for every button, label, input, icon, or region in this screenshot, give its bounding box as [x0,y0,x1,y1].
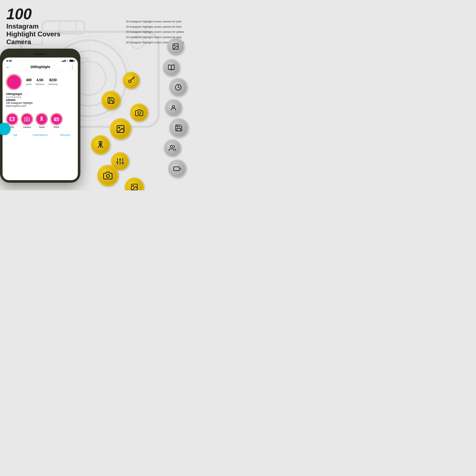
status-bar: 8:30 ∿ [2,57,78,63]
highlight-label-film: Film [10,126,14,128]
ig-bio: 100highlight personal blog editable 100 … [6,92,74,107]
svg-rect-24 [55,119,56,120]
status-time: 8:30 [6,59,12,62]
phone-screen: 8:30 ∿ ← 100highlight [2,57,78,180]
highlight-label-camera: Camera [23,126,31,128]
ig-stats: 480 posts 4,5K followers 8230 following [26,78,74,86]
highlight-icon-dslr [51,113,62,125]
options-button[interactable]: ⋮ [70,65,74,69]
phone-camera-dot [45,53,46,55]
svg-point-47 [106,174,110,178]
title-line3: Camera [6,38,31,46]
tab-email[interactable]: Email Address [28,132,53,138]
svg-point-49 [133,186,134,187]
signal-icon [62,60,66,62]
title-line1: Instagram [6,22,39,30]
phone-mockup: 8:30 ∿ ← 100highlight [0,49,80,183]
icon-floppy-grey [169,119,188,137]
highlight-circle-camera [21,113,33,125]
highlight-label-dslr: DSLR [54,126,59,128]
icon-book-grey [163,59,180,76]
ig-header: ← 100highlight ⋮ [2,63,78,71]
ig-bottom-tabs: Call Email Address Directions [2,131,78,138]
ig-highlights: Film Camera [2,111,78,131]
icon-camera-portrait [97,165,119,186]
svg-point-31 [138,112,140,114]
icon-battery-grey [168,160,186,178]
avatar-inner [7,75,21,89]
highlight-label-tripod: Tripod [39,126,45,128]
title-main: Instagram Highlight Covers Camera [6,22,60,46]
svg-point-54 [170,145,172,148]
icon-tripod-yellow [91,135,110,154]
svg-point-18 [26,119,28,120]
svg-line-21 [42,119,43,121]
svg-point-51 [174,45,175,46]
ig-profile-section: 480 posts 4,5K followers 8230 following [2,71,78,111]
svg-rect-7 [59,21,76,32]
bio-link[interactable]: www.inquivix.com [6,104,74,107]
bio-desc: 100 instagram Highlight [6,102,74,104]
icon-image-grey-1 [167,38,184,55]
title-section: 100 Instagram Highlight Covers Camera [6,6,60,46]
phone-outer: 8:30 ∿ ← 100highlight [0,49,80,183]
phone-speaker [34,54,45,55]
icon-person2-grey [164,139,181,156]
stat-followers-number: 4,5K [35,78,45,82]
battery-icon [69,60,74,62]
icon-timer-grey [169,78,187,96]
svg-point-53 [172,105,174,108]
highlight-camera[interactable]: Camera [21,113,33,128]
wifi-icon: ∿ [67,59,68,62]
svg-point-33 [119,127,120,128]
highlight-tripod[interactable]: Tripod [35,113,48,128]
stat-followers: 4,5K followers [35,78,45,86]
svg-line-35 [98,144,101,148]
ig-header-username: 100highlight [30,65,50,69]
icon-keys [123,72,139,89]
highlight-circle-dslr [50,113,63,125]
highlight-circle-film [6,113,18,125]
svg-line-20 [40,119,42,121]
highlight-icon-film [6,113,18,125]
bio-name: 100highlight [6,92,74,96]
tab-directions[interactable]: Directions [53,132,78,138]
phone-notch-bar [2,51,78,57]
bio-category: personal blog [6,96,74,99]
title-number: 100 [6,6,60,22]
icon-camera-settings [130,104,148,122]
svg-line-29 [134,78,134,78]
highlight-icon-tripod [36,113,47,125]
stat-posts-label: posts [26,83,32,85]
svg-line-36 [101,144,103,148]
status-icons: ∿ [62,59,74,62]
avatar [6,74,22,90]
svg-rect-55 [174,167,179,171]
title-line2: Highlight Covers [6,30,60,38]
bio-text: editable [6,99,74,102]
stat-posts-number: 480 [26,78,32,82]
icon-person-grey [165,99,182,116]
highlight-icon-camera [21,113,33,125]
highlight-dslr[interactable]: DSLR [50,113,63,128]
svg-line-30 [132,78,133,79]
stat-posts: 480 posts [26,78,32,86]
icon-floppy-yellow-1 [102,91,120,110]
stat-following-number: 8230 [49,78,57,82]
highlight-circle-tripod [35,113,48,125]
svg-rect-11 [10,117,14,121]
back-button[interactable]: ← [6,65,10,69]
stat-followers-label: followers [35,83,45,85]
ig-profile-top: 480 posts 4,5K followers 8230 following [6,74,74,90]
icon-image-yellow [110,119,131,139]
stat-following: 8230 following [49,78,57,86]
stat-following-label: following [49,83,57,85]
